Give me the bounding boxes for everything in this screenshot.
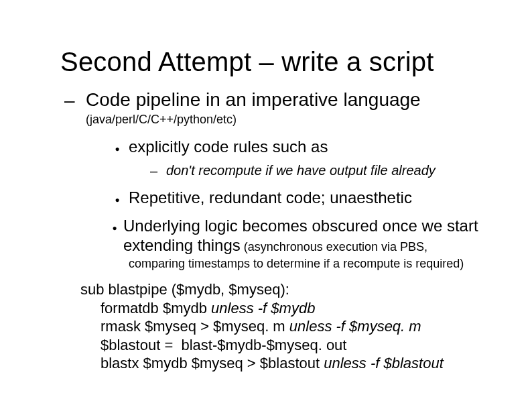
code-line: rmask $myseq > $myseq. m unless -f $myse…: [101, 317, 492, 336]
sub-bullet-text: don't recompute if we have output file a…: [166, 162, 436, 178]
code-line: formatdb $mydb unless -f $mydb: [101, 299, 492, 318]
bullet-text-note: (asynchronous execution via PBS,: [241, 240, 427, 253]
bullet-underlying-logic: ● Underlying logic becomes obscured once…: [111, 217, 492, 255]
bullet-text: explicitly code rules such as: [129, 137, 328, 157]
sub-bullet-recompute: – don't recompute if we have output file…: [150, 162, 492, 179]
code-line: $blastout = blast-$mydb-$myseq. out: [101, 336, 492, 355]
level1-note: (java/perl/C/C++/python/etc): [86, 113, 492, 127]
code-italic: unless -f $myseq. m: [289, 318, 421, 335]
code-line: sub blastpipe ($mydb, $myseq):: [80, 280, 492, 299]
disc-icon: ●: [111, 223, 118, 233]
disc-icon: ●: [111, 144, 123, 154]
bullet-level1: – Code pipeline in an imperative languag…: [64, 89, 492, 111]
disc-icon: ●: [111, 195, 123, 205]
dash-icon: –: [150, 164, 162, 179]
slide: Second Attempt – write a script – Code p…: [0, 0, 532, 399]
bullet-text: Repetitive, redundant code; unaesthetic: [129, 188, 412, 208]
code-plain: rmask $myseq > $myseq. m: [101, 318, 289, 335]
level1-text: Code pipeline in an imperative language: [86, 89, 421, 111]
code-block: sub blastpipe ($mydb, $myseq): formatdb …: [80, 280, 492, 373]
bullet-text: Underlying logic becomes obscured once w…: [123, 217, 492, 255]
code-italic: unless -f $mydb: [211, 300, 315, 317]
code-line: blastx $mydb $myseq > $blastout unless -…: [101, 354, 492, 373]
bullet-trailing-note: comparing timestamps to determine if a r…: [129, 256, 492, 272]
code-italic: unless -f $blastout: [324, 355, 444, 372]
slide-title: Second Attempt – write a script: [60, 47, 492, 77]
code-plain: blastx $mydb $myseq > $blastout: [101, 355, 324, 372]
bullet-repetitive: ● Repetitive, redundant code; unaestheti…: [111, 188, 492, 208]
code-plain: formatdb $mydb: [101, 300, 211, 317]
dash-icon: –: [64, 91, 82, 111]
bullet-explicit-rules: ● explicitly code rules such as: [111, 137, 492, 157]
